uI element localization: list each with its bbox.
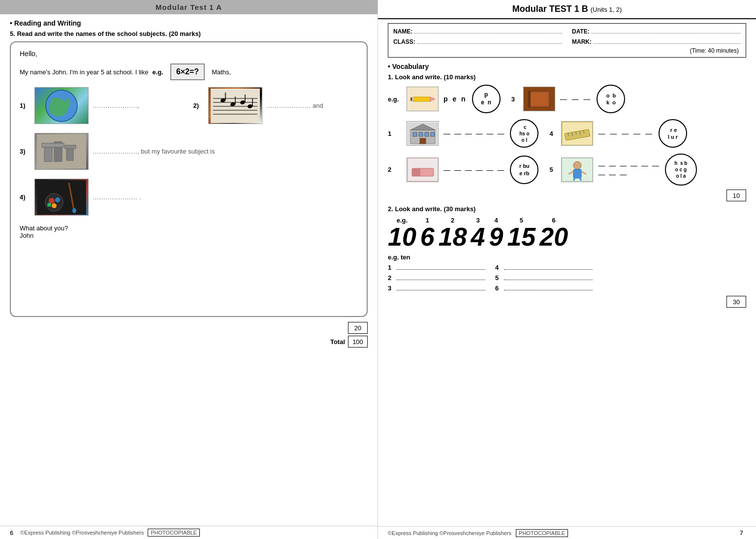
photo-stones <box>34 133 89 170</box>
eg-label-v: e.g. <box>388 95 402 103</box>
img-school <box>407 121 439 146</box>
img-pen <box>407 87 439 111</box>
vocab-label-5: 5 <box>549 166 556 173</box>
dots-4: ………………… . <box>93 193 358 201</box>
svg-rect-45 <box>431 132 435 136</box>
svg-point-27 <box>52 203 57 208</box>
wl-dots-1 <box>397 269 485 270</box>
letter-item-4: 4) ………………… . <box>20 179 358 216</box>
num-6-col: 6 20 <box>539 217 568 250</box>
date-dots <box>592 27 741 33</box>
num-4: 9 <box>489 224 504 250</box>
letter-greeting: Hello, <box>20 50 358 58</box>
dashes-2: — — — — — — <box>443 166 505 174</box>
svg-point-30 <box>72 208 76 213</box>
svg-rect-22 <box>65 145 76 149</box>
photo-paint <box>34 179 89 216</box>
left-header: Modular Test 1 A <box>0 0 378 14</box>
svg-rect-44 <box>425 132 429 136</box>
svg-rect-39 <box>531 93 548 106</box>
right-page: Modular TEST 1 B (Units 1, 2) NAME: DATE… <box>378 0 756 539</box>
num-eg-col: e.g. 10 <box>388 217 416 250</box>
svg-point-60 <box>573 161 581 169</box>
mark-field: MARK: <box>572 37 741 45</box>
write-line-5: 5 <box>495 274 593 282</box>
circle-pen: pen <box>472 85 501 113</box>
svg-rect-35 <box>410 97 412 101</box>
dots-2: ………………… and <box>266 102 358 109</box>
class-label: CLASS: <box>393 38 415 45</box>
photo-globe <box>34 87 89 124</box>
photo-music <box>208 87 262 124</box>
eg-word-label: e.g. ten <box>388 254 746 261</box>
circle-ruler: r el u r <box>659 119 687 148</box>
num-1: 6 <box>420 224 435 250</box>
form-row-1: NAME: DATE: <box>393 27 741 35</box>
letter-sign: John <box>20 232 358 239</box>
right-header-title: Modular TEST 1 B <box>512 4 588 14</box>
vocab-label-3: 3 <box>511 95 518 103</box>
write-line-4: 4 <box>495 264 593 271</box>
dashes-5-container: — — — — — — — — — <box>598 161 660 178</box>
svg-point-26 <box>55 197 60 202</box>
wl-dots-5 <box>504 280 593 280</box>
vocab-label-4: 4 <box>549 130 556 137</box>
wl-dots-3 <box>397 290 485 290</box>
vocab-row-1: e.g. p e n pen 3 <box>388 85 746 113</box>
left-page-num: 6 <box>10 529 13 537</box>
left-photocopiable: PHOTOCOPIABLE <box>148 529 200 537</box>
date-label: DATE: <box>572 28 590 35</box>
left-section-heading: Reading and Writing <box>10 19 368 27</box>
svg-rect-42 <box>413 132 417 136</box>
write-lines-row-1: 1 4 <box>388 264 746 271</box>
right-footer-copyright: ©Express Publishing ©Prosveshcheniye Pub… <box>388 530 511 536</box>
right-photocopiable: PHOTOCOPIABLE <box>516 529 568 537</box>
left-footer-copyright: ©Express Publishing ©Prosveshcheniye Pub… <box>20 530 144 536</box>
letter-item-3: 3) …………………, but my favourite subject is <box>20 133 358 170</box>
write-line-6: 6 <box>495 285 593 292</box>
right-header-units: (Units 1, 2) <box>591 6 622 13</box>
svg-rect-38 <box>528 91 531 107</box>
item-label-3: 3) <box>20 148 31 155</box>
name-label: NAME: <box>393 28 412 35</box>
right-page-num: 7 <box>740 529 743 537</box>
eg-label: e.g. <box>152 68 163 76</box>
vocab-label-1: 1 <box>388 130 402 137</box>
write-line-3: 3 <box>388 285 485 292</box>
vocab-heading: Vocabulary <box>388 63 746 70</box>
class-field: CLASS: <box>393 37 562 45</box>
wl-dots-2 <box>397 280 485 280</box>
wl-num-5: 5 <box>495 274 502 282</box>
num-eg: 10 <box>388 224 416 250</box>
wl-num-3: 3 <box>388 285 395 292</box>
write-lines-row-3: 3 6 <box>388 285 746 292</box>
letter-box: Hello, My name's John. I'm in year 5 at … <box>10 41 368 317</box>
score-30: 30 <box>726 296 746 308</box>
exercise1-heading: 1. Look and write. (10 marks) <box>388 73 746 81</box>
name-dots <box>414 27 562 33</box>
score-area-1: 10 <box>388 190 746 201</box>
name-field: NAME: <box>393 27 562 35</box>
svg-rect-61 <box>573 169 581 178</box>
exercise5-heading: 5. Read and write the names of the schoo… <box>10 30 368 37</box>
num-2-col: 2 18 <box>439 217 467 250</box>
score-area-2: 30 <box>388 296 746 308</box>
wl-num-1: 1 <box>388 264 395 271</box>
time-note: (Time: 40 minutes) <box>393 47 741 54</box>
item-label-2: 2) <box>193 102 204 109</box>
svg-point-28 <box>47 203 51 207</box>
num-1-col: 1 6 <box>420 217 435 250</box>
write-line-1: 1 <box>388 264 485 271</box>
circle-book: o bk o <box>597 85 625 113</box>
date-field: DATE: <box>572 27 741 35</box>
letter-item-1-2: 1) …………………, 2) <box>20 87 358 124</box>
num-3-col: 3 4 <box>471 217 485 250</box>
write-lines-row-2: 2 5 <box>388 274 746 282</box>
total-label: Total <box>330 338 345 346</box>
intro-text: My name's John. I'm in year 5 at school.… <box>20 68 148 76</box>
img-ruler <box>561 121 593 146</box>
svg-rect-43 <box>419 132 423 136</box>
wl-num-6: 6 <box>495 285 502 292</box>
wl-dots-6 <box>504 290 593 290</box>
vocab-label-2: 2 <box>388 166 402 173</box>
